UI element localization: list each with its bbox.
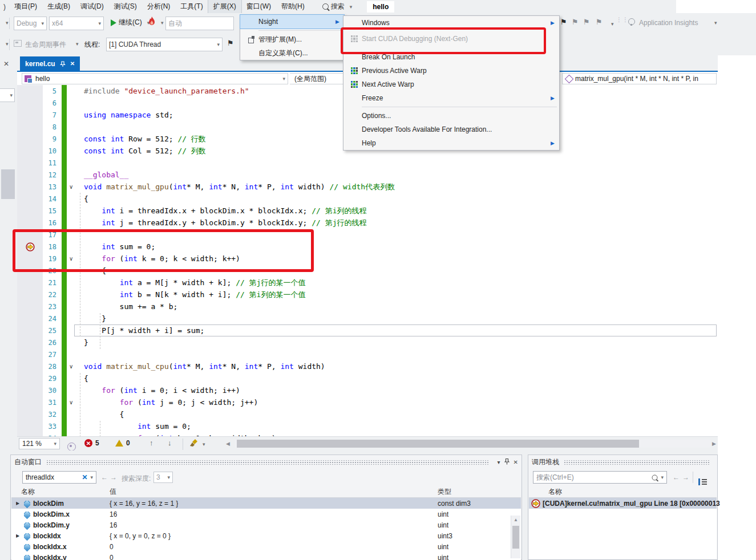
bookmark-next-icon[interactable]: ⚑ — [583, 18, 590, 26]
line-number[interactable]: 21 — [43, 279, 60, 287]
code-line-16[interactable]: 16 int j = threadIdx.y + blockDim.y * bl… — [17, 217, 718, 229]
autos-grid-header[interactable]: 名称值类型 — [11, 485, 521, 498]
window-title-tab[interactable]: hello — [367, 1, 394, 13]
document-tab-kernel-cu[interactable]: kernel.cu ✕ — [20, 56, 80, 71]
autos-row[interactable]: blockIdx.x0uint — [11, 541, 521, 552]
line-number[interactable]: 7 — [43, 111, 60, 119]
code-line-24[interactable]: 24 } — [17, 313, 718, 324]
menubar-item[interactable]: 测试(S) — [109, 0, 142, 13]
submenu-item-developer-tools-available-for-integration[interactable]: Developer Tools Available For Integratio… — [343, 123, 559, 136]
attach-dropdown[interactable]: 自动 — [165, 17, 234, 30]
code-line-11[interactable]: 11 — [17, 157, 718, 169]
line-glyph-margin[interactable] — [17, 242, 43, 251]
line-number[interactable]: 33 — [43, 423, 60, 431]
code-line-34[interactable]: 34∨ for (int k = 0; k < width; k++) — [17, 432, 718, 436]
call-stack-frame[interactable]: [CUDA]kernel.cu!matrix_mul_gpu Line 18 [… — [529, 498, 717, 509]
chevron-down-icon[interactable]: ▾ — [661, 474, 664, 480]
submenu-item-next-active-warp[interactable]: Next Active Warp — [343, 78, 559, 91]
lifecycle-events-button[interactable]: 生命周期事件 — [25, 40, 66, 50]
menu-item-m[interactable]: 管理扩展(M)... — [240, 33, 344, 46]
forward-icon[interactable]: → — [682, 473, 689, 481]
line-number[interactable]: 13 — [43, 183, 60, 191]
fold-collapse-icon[interactable]: ∨ — [67, 399, 84, 405]
line-number[interactable]: 8 — [43, 123, 60, 131]
bookmark-clear-icon[interactable]: ⚑ — [596, 18, 603, 26]
scrollbar-thumb[interactable] — [1, 169, 15, 199]
toolbar-overflow-icon[interactable]: ▾ — [6, 20, 9, 26]
code-line-25[interactable]: 25 P[j * width + i] = sum; — [17, 324, 718, 336]
line-number[interactable]: 18 — [43, 243, 60, 251]
back-icon[interactable]: ← — [673, 473, 680, 481]
autos-search-input[interactable]: threadIdx ✕ ▾ — [22, 471, 96, 484]
line-number[interactable]: 25 — [43, 327, 60, 335]
member-dropdown[interactable]: matrix_mul_gpu(int * M, int * N, int * P… — [562, 73, 717, 84]
code-line-29[interactable]: 29{ — [17, 372, 718, 384]
call-stack-title-bar[interactable]: 调用堆栈 — [528, 455, 717, 469]
clear-search-icon[interactable]: ✕ — [82, 473, 87, 481]
menubar-item[interactable]: 扩展(X) — [208, 0, 241, 13]
code-line-32[interactable]: 32 { — [17, 408, 718, 420]
line-number[interactable]: 9 — [43, 135, 60, 143]
submenu-item-windows[interactable]: Windows▶ — [343, 16, 559, 30]
call-stack-search-input[interactable]: 搜索(Ctrl+E) ▾ — [533, 471, 667, 484]
line-number[interactable]: 31 — [43, 399, 60, 407]
line-number[interactable]: 32 — [43, 411, 60, 419]
continue-button[interactable]: 继续(C) ▾ — [111, 18, 149, 27]
code-line-27[interactable]: 27 — [17, 348, 718, 360]
project-dropdown[interactable]: hello ▾ — [22, 73, 288, 84]
menubar-item[interactable]: 分析(N) — [142, 0, 176, 13]
line-number[interactable]: 28 — [43, 363, 60, 371]
line-number[interactable]: 11 — [43, 159, 60, 167]
warning-count-button[interactable]: 0 — [115, 439, 130, 447]
code-cleanup-button[interactable] — [189, 439, 199, 449]
autos-row[interactable]: blockDim.x16uint — [11, 509, 521, 520]
next-issue-button[interactable]: ↓ — [168, 439, 172, 447]
menu-item-c[interactable]: 自定义菜单(C)... — [240, 46, 344, 60]
error-count-button[interactable]: ✕ 5 — [84, 439, 99, 447]
line-number[interactable]: 17 — [43, 231, 60, 239]
code-line-19[interactable]: 19∨ for (int k = 0; k < width; k++) — [17, 253, 718, 265]
code-line-18[interactable]: 18 int sum = 0; — [17, 241, 718, 253]
stack-frames-icon[interactable] — [698, 478, 708, 485]
line-number[interactable]: 15 — [43, 207, 60, 215]
close-icon[interactable]: ✕ — [514, 459, 518, 465]
close-icon[interactable]: ✕ — [70, 60, 75, 67]
submenu-item-previous-active-warp[interactable]: Previous Active Warp — [343, 64, 559, 78]
line-number[interactable]: 12 — [43, 171, 60, 179]
expander-icon[interactable]: ▶ — [16, 533, 19, 538]
line-number[interactable]: 23 — [43, 303, 60, 311]
horizontal-scrollbar[interactable] — [235, 440, 710, 448]
hot-reload-button[interactable] — [147, 16, 156, 28]
code-line-12[interactable]: 12__global__ — [17, 169, 718, 181]
autos-row[interactable]: blockDim.y16uint — [11, 520, 521, 530]
line-number[interactable]: 10 — [43, 147, 60, 155]
code-line-17[interactable]: 17 — [17, 229, 718, 241]
bookmark-prev-icon[interactable]: ⚑ — [572, 18, 579, 26]
call-stack-grid-header[interactable]: 名称 — [529, 485, 717, 498]
chevron-down-icon[interactable]: ▾ — [161, 20, 164, 26]
column-header-2[interactable]: 类型 — [438, 487, 451, 497]
zoom-dropdown[interactable]: 121 % ▾ — [19, 438, 60, 449]
menubar-item[interactable]: 工具(T) — [175, 0, 208, 13]
window-position-icon[interactable]: ▾ — [498, 459, 500, 465]
submenu-item-freeze[interactable]: Freeze▶ — [343, 91, 559, 105]
fold-collapse-icon[interactable]: ∨ — [67, 184, 84, 190]
line-number[interactable]: 22 — [43, 291, 60, 299]
scrollbar-thumb[interactable] — [512, 526, 519, 549]
scroll-up-icon[interactable]: ▲ — [511, 516, 520, 522]
toolbar-overflow-icon[interactable]: ▾ — [6, 41, 9, 47]
scroll-left-icon[interactable]: ◀ — [226, 441, 230, 447]
line-number[interactable]: 24 — [43, 315, 60, 323]
menu-item-nsight[interactable]: Nsight▶ — [240, 15, 344, 29]
code-line-20[interactable]: 20 { — [17, 265, 718, 277]
menubar-item[interactable]: 生成(B) — [42, 0, 75, 13]
code-line-21[interactable]: 21 int a = M[j * width + k]; // 第j行的某一个值 — [17, 277, 718, 289]
expander-icon[interactable]: ▶ — [16, 501, 19, 506]
menubar-item[interactable]: 项目(P) — [9, 0, 42, 13]
menubar-item[interactable]: 调试(D) — [75, 0, 109, 13]
code-line-33[interactable]: 33 int sum = 0; — [17, 420, 718, 432]
autos-row[interactable]: ▶blockDim{ x = 16, y = 16, z = 1 }const … — [11, 498, 521, 509]
menubar-item[interactable]: 帮助(H) — [276, 0, 310, 13]
code-line-31[interactable]: 31∨ for (int j = 0; j < width; j++) — [17, 396, 718, 408]
autos-row[interactable]: ▶blockIdx{ x = 0, y = 0, z = 0 }uint3 — [11, 530, 521, 541]
